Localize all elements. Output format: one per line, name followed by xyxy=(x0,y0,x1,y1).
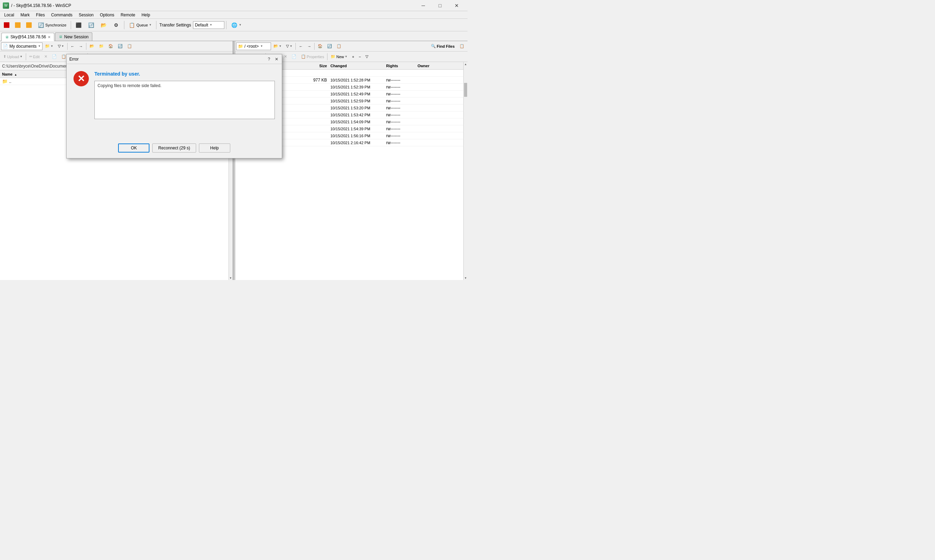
modal-overlay: Error ? ✕ ✕ Terminated by user. Copying … xyxy=(0,0,467,280)
dialog-title: Error xyxy=(69,57,79,62)
reconnect-button[interactable]: Reconnect (29 s) xyxy=(152,143,196,152)
error-detail-container: Copying files to remote side failed. xyxy=(94,81,275,119)
dialog-titlebar: Error ? ✕ xyxy=(66,54,282,64)
dialog-content: Terminated by user. Copying files to rem… xyxy=(94,71,275,119)
error-detail-box[interactable]: Copying files to remote side failed. xyxy=(94,81,275,119)
dialog-footer: OK Reconnect (29 s) Help xyxy=(66,140,282,158)
dialog-controls: ? ✕ xyxy=(266,57,279,62)
dialog-body: ✕ Terminated by user. Copying files to r… xyxy=(66,64,282,140)
ok-button[interactable]: OK xyxy=(118,143,149,152)
error-icon: ✕ xyxy=(74,71,89,86)
help-button[interactable]: Help xyxy=(199,143,230,152)
dialog-close-btn[interactable]: ✕ xyxy=(274,57,279,62)
dialog-help-btn[interactable]: ? xyxy=(266,57,271,62)
error-dialog: Error ? ✕ ✕ Terminated by user. Copying … xyxy=(66,54,282,158)
error-heading: Terminated by user. xyxy=(94,71,275,77)
